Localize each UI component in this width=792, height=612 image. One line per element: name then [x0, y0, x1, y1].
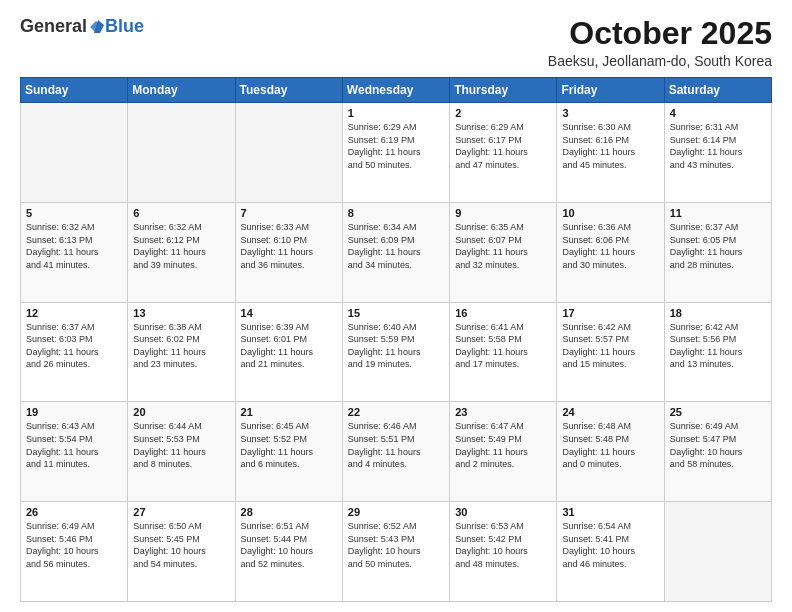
day-number: 26 [26, 506, 122, 518]
calendar-cell: 12Sunrise: 6:37 AM Sunset: 6:03 PM Dayli… [21, 302, 128, 402]
day-info: Sunrise: 6:39 AM Sunset: 6:01 PM Dayligh… [241, 321, 337, 371]
calendar-table: SundayMondayTuesdayWednesdayThursdayFrid… [20, 77, 772, 602]
logo-blue: Blue [105, 16, 144, 37]
calendar-cell: 3Sunrise: 6:30 AM Sunset: 6:16 PM Daylig… [557, 103, 664, 203]
day-number: 28 [241, 506, 337, 518]
calendar-cell: 31Sunrise: 6:54 AM Sunset: 5:41 PM Dayli… [557, 502, 664, 602]
calendar-cell: 18Sunrise: 6:42 AM Sunset: 5:56 PM Dayli… [664, 302, 771, 402]
day-number: 6 [133, 207, 229, 219]
day-info: Sunrise: 6:50 AM Sunset: 5:45 PM Dayligh… [133, 520, 229, 570]
day-number: 29 [348, 506, 444, 518]
calendar-cell: 4Sunrise: 6:31 AM Sunset: 6:14 PM Daylig… [664, 103, 771, 203]
page: General Blue October 2025 Baeksu, Jeolla… [0, 0, 792, 612]
day-info: Sunrise: 6:42 AM Sunset: 5:57 PM Dayligh… [562, 321, 658, 371]
day-header-wednesday: Wednesday [342, 78, 449, 103]
calendar-cell: 29Sunrise: 6:52 AM Sunset: 5:43 PM Dayli… [342, 502, 449, 602]
calendar-cell: 22Sunrise: 6:46 AM Sunset: 5:51 PM Dayli… [342, 402, 449, 502]
day-number: 9 [455, 207, 551, 219]
day-header-monday: Monday [128, 78, 235, 103]
day-header-thursday: Thursday [450, 78, 557, 103]
day-info: Sunrise: 6:52 AM Sunset: 5:43 PM Dayligh… [348, 520, 444, 570]
day-info: Sunrise: 6:43 AM Sunset: 5:54 PM Dayligh… [26, 420, 122, 470]
day-info: Sunrise: 6:33 AM Sunset: 6:10 PM Dayligh… [241, 221, 337, 271]
day-info: Sunrise: 6:49 AM Sunset: 5:46 PM Dayligh… [26, 520, 122, 570]
day-number: 11 [670, 207, 766, 219]
day-number: 12 [26, 307, 122, 319]
day-info: Sunrise: 6:48 AM Sunset: 5:48 PM Dayligh… [562, 420, 658, 470]
calendar-cell [128, 103, 235, 203]
calendar-cell: 7Sunrise: 6:33 AM Sunset: 6:10 PM Daylig… [235, 202, 342, 302]
day-info: Sunrise: 6:41 AM Sunset: 5:58 PM Dayligh… [455, 321, 551, 371]
calendar-cell: 1Sunrise: 6:29 AM Sunset: 6:19 PM Daylig… [342, 103, 449, 203]
calendar-cell [21, 103, 128, 203]
header: General Blue October 2025 Baeksu, Jeolla… [20, 16, 772, 69]
calendar-cell [664, 502, 771, 602]
day-header-friday: Friday [557, 78, 664, 103]
day-number: 22 [348, 406, 444, 418]
day-number: 31 [562, 506, 658, 518]
day-number: 8 [348, 207, 444, 219]
calendar-cell: 16Sunrise: 6:41 AM Sunset: 5:58 PM Dayli… [450, 302, 557, 402]
day-number: 18 [670, 307, 766, 319]
day-info: Sunrise: 6:46 AM Sunset: 5:51 PM Dayligh… [348, 420, 444, 470]
day-number: 25 [670, 406, 766, 418]
calendar-cell: 8Sunrise: 6:34 AM Sunset: 6:09 PM Daylig… [342, 202, 449, 302]
day-number: 21 [241, 406, 337, 418]
day-number: 24 [562, 406, 658, 418]
day-info: Sunrise: 6:31 AM Sunset: 6:14 PM Dayligh… [670, 121, 766, 171]
logo-icon [88, 19, 104, 35]
calendar-cell [235, 103, 342, 203]
day-number: 14 [241, 307, 337, 319]
day-number: 10 [562, 207, 658, 219]
day-info: Sunrise: 6:37 AM Sunset: 6:05 PM Dayligh… [670, 221, 766, 271]
calendar-cell: 5Sunrise: 6:32 AM Sunset: 6:13 PM Daylig… [21, 202, 128, 302]
day-info: Sunrise: 6:35 AM Sunset: 6:07 PM Dayligh… [455, 221, 551, 271]
logo: General Blue [20, 16, 144, 37]
calendar-cell: 19Sunrise: 6:43 AM Sunset: 5:54 PM Dayli… [21, 402, 128, 502]
calendar-cell: 17Sunrise: 6:42 AM Sunset: 5:57 PM Dayli… [557, 302, 664, 402]
title-block: October 2025 Baeksu, Jeollanam-do, South… [548, 16, 772, 69]
day-info: Sunrise: 6:36 AM Sunset: 6:06 PM Dayligh… [562, 221, 658, 271]
day-number: 1 [348, 107, 444, 119]
calendar-cell: 24Sunrise: 6:48 AM Sunset: 5:48 PM Dayli… [557, 402, 664, 502]
day-info: Sunrise: 6:32 AM Sunset: 6:13 PM Dayligh… [26, 221, 122, 271]
day-info: Sunrise: 6:32 AM Sunset: 6:12 PM Dayligh… [133, 221, 229, 271]
day-number: 16 [455, 307, 551, 319]
calendar-cell: 15Sunrise: 6:40 AM Sunset: 5:59 PM Dayli… [342, 302, 449, 402]
day-number: 2 [455, 107, 551, 119]
day-number: 15 [348, 307, 444, 319]
day-info: Sunrise: 6:47 AM Sunset: 5:49 PM Dayligh… [455, 420, 551, 470]
day-info: Sunrise: 6:29 AM Sunset: 6:17 PM Dayligh… [455, 121, 551, 171]
day-number: 3 [562, 107, 658, 119]
day-number: 19 [26, 406, 122, 418]
day-info: Sunrise: 6:29 AM Sunset: 6:19 PM Dayligh… [348, 121, 444, 171]
day-number: 20 [133, 406, 229, 418]
calendar-cell: 10Sunrise: 6:36 AM Sunset: 6:06 PM Dayli… [557, 202, 664, 302]
day-number: 30 [455, 506, 551, 518]
day-info: Sunrise: 6:30 AM Sunset: 6:16 PM Dayligh… [562, 121, 658, 171]
calendar-cell: 13Sunrise: 6:38 AM Sunset: 6:02 PM Dayli… [128, 302, 235, 402]
calendar-cell: 26Sunrise: 6:49 AM Sunset: 5:46 PM Dayli… [21, 502, 128, 602]
calendar-cell: 11Sunrise: 6:37 AM Sunset: 6:05 PM Dayli… [664, 202, 771, 302]
day-header-saturday: Saturday [664, 78, 771, 103]
day-number: 5 [26, 207, 122, 219]
calendar-cell: 27Sunrise: 6:50 AM Sunset: 5:45 PM Dayli… [128, 502, 235, 602]
day-info: Sunrise: 6:42 AM Sunset: 5:56 PM Dayligh… [670, 321, 766, 371]
calendar-cell: 6Sunrise: 6:32 AM Sunset: 6:12 PM Daylig… [128, 202, 235, 302]
day-number: 13 [133, 307, 229, 319]
day-info: Sunrise: 6:40 AM Sunset: 5:59 PM Dayligh… [348, 321, 444, 371]
day-number: 7 [241, 207, 337, 219]
calendar-cell: 2Sunrise: 6:29 AM Sunset: 6:17 PM Daylig… [450, 103, 557, 203]
day-info: Sunrise: 6:45 AM Sunset: 5:52 PM Dayligh… [241, 420, 337, 470]
calendar-cell: 9Sunrise: 6:35 AM Sunset: 6:07 PM Daylig… [450, 202, 557, 302]
day-info: Sunrise: 6:51 AM Sunset: 5:44 PM Dayligh… [241, 520, 337, 570]
day-number: 27 [133, 506, 229, 518]
day-info: Sunrise: 6:37 AM Sunset: 6:03 PM Dayligh… [26, 321, 122, 371]
calendar-cell: 28Sunrise: 6:51 AM Sunset: 5:44 PM Dayli… [235, 502, 342, 602]
calendar-cell: 30Sunrise: 6:53 AM Sunset: 5:42 PM Dayli… [450, 502, 557, 602]
day-info: Sunrise: 6:49 AM Sunset: 5:47 PM Dayligh… [670, 420, 766, 470]
location: Baeksu, Jeollanam-do, South Korea [548, 53, 772, 69]
month-title: October 2025 [548, 16, 772, 51]
day-header-sunday: Sunday [21, 78, 128, 103]
day-number: 23 [455, 406, 551, 418]
